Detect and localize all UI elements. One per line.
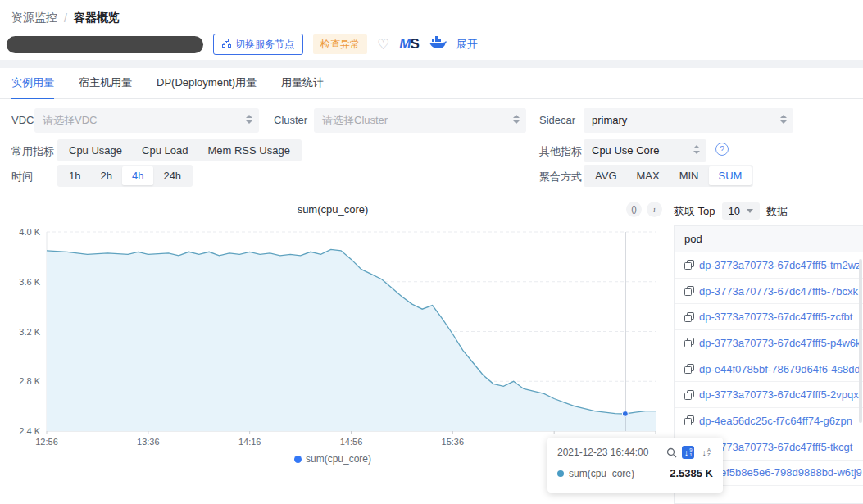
metric-cpu-load-button[interactable]: Cpu Load	[132, 141, 198, 160]
common-metrics-group: Cpu Usage Cpu Load Mem RSS Usage	[57, 139, 302, 161]
chart-title: sum(cpu_core)	[0, 200, 665, 220]
time-24h-button[interactable]: 24h	[153, 166, 191, 185]
updown-icon	[693, 145, 700, 157]
expand-link[interactable]: 展开	[456, 37, 478, 52]
top-n-suffix: 数据	[766, 204, 788, 219]
table-row: dp-e44f0785bf-78679d64f6-4s8dd	[675, 356, 863, 383]
tab-deployment-usage[interactable]: DP(Deployment)用量	[157, 68, 257, 99]
pod-link[interactable]: dp-e44f0785bf-78679d64f6-4s8dd	[699, 363, 861, 375]
cpu-core-chart[interactable]: 4.0 K3.6 K3.2 K2.8 K2.4 K12:5613:3614:16…	[0, 220, 665, 457]
favorite-heart-icon[interactable]: ♡	[377, 38, 389, 52]
vdc-select[interactable]: 请选择VDC	[34, 108, 259, 133]
sitemap-icon	[222, 39, 231, 50]
chart-header: sum(cpu_core) () i	[0, 200, 665, 220]
copy-icon[interactable]	[684, 364, 694, 374]
copy-icon[interactable]	[684, 260, 694, 270]
cluster-select[interactable]: 请选择Cluster	[314, 108, 526, 133]
table-scrollbar[interactable]	[859, 259, 862, 423]
svg-text:13:36: 13:36	[137, 437, 160, 447]
table-row: dp-3773a70773-67dc47fff5-p4w6k	[675, 330, 863, 356]
agg-avg-button[interactable]: AVG	[585, 166, 627, 185]
common-metrics-label: 常用指标	[11, 139, 54, 164]
copy-icon[interactable]	[684, 312, 694, 322]
updown-icon	[780, 115, 787, 126]
brackets-icon[interactable]: ()	[626, 202, 642, 217]
time-4h-button[interactable]: 4h	[122, 166, 153, 185]
metric-cpu-usage-button[interactable]: Cpu Usage	[59, 141, 132, 160]
info-icon[interactable]: i	[647, 202, 662, 217]
agg-label: 聚合方式	[539, 165, 582, 189]
agg-group: AVG MAX MIN SUM	[584, 165, 753, 187]
sidecar-label: Sidecar	[539, 108, 575, 133]
table-row: dp-4ea56dc25c-f7c64ff74-g6zpn	[675, 408, 863, 434]
breadcrumb-separator: /	[64, 11, 67, 25]
agg-min-button[interactable]: MIN	[670, 166, 709, 185]
pod-link[interactable]: dp-4ea56dc25c-f7c64ff74-g6zpn	[699, 415, 852, 427]
search-icon[interactable]	[666, 447, 677, 458]
chevron-down-icon	[747, 209, 753, 213]
time-label: 时间	[11, 165, 33, 189]
pod-link[interactable]: dp-3773a70773-67dc47fff5-zcfbt	[699, 311, 852, 323]
top-n-select[interactable]: 10	[722, 202, 760, 220]
breadcrumb-parent[interactable]: 资源监控	[11, 11, 57, 25]
copy-icon[interactable]	[684, 338, 694, 347]
svg-text:14:56: 14:56	[340, 437, 363, 447]
tab-usage-stats[interactable]: 用量统计	[281, 68, 324, 99]
sort-alphabetical-icon[interactable]: ↓AZ	[699, 446, 713, 459]
top-n-prefix: 获取 Top	[674, 204, 715, 219]
help-icon[interactable]: ?	[715, 143, 729, 156]
pod-link[interactable]: dp-3773a70773-67dc47fff5-7bcxk	[699, 285, 858, 297]
page: 资源监控 / 容器概览 切换服务节点 检查异常 ♡ MS 展开 实例用量 宿主机…	[0, 0, 863, 504]
svg-text:14:16: 14:16	[238, 437, 261, 447]
sidecar-select[interactable]: primary	[584, 108, 793, 133]
tooltip-series-name: sum(cpu_core)	[569, 468, 634, 479]
copy-icon[interactable]	[684, 415, 694, 425]
svg-text:12:56: 12:56	[35, 437, 58, 447]
tooltip-value: 2.5385 K	[670, 467, 713, 479]
breadcrumb: 资源监控 / 容器概览	[11, 11, 120, 25]
pod-link[interactable]: dp-3773a70773-67dc47fff5-2vpqx	[699, 388, 859, 401]
legend-dot-icon	[294, 456, 302, 463]
section-divider	[0, 60, 863, 68]
pod-column-header: pod	[675, 226, 863, 252]
pod-link[interactable]: dp-def5b8e5e6-798d9888bd-w6tj9	[699, 466, 862, 479]
table-row: dp-3773a70773-67dc47fff5-zcfbt	[675, 304, 863, 330]
metric-mem-rss-button[interactable]: Mem RSS Usage	[198, 141, 299, 160]
switch-service-node-button[interactable]: 切换服务节点	[213, 34, 303, 55]
ms-logo[interactable]: MS	[399, 36, 419, 52]
docker-whale-icon[interactable]	[429, 36, 447, 53]
check-anomaly-button[interactable]: 检查异常	[313, 34, 367, 54]
tooltip-series-dot-icon	[557, 470, 564, 477]
switch-service-node-label: 切换服务节点	[235, 38, 294, 52]
updown-icon	[246, 115, 252, 126]
table-row: dp-3773a70773-67dc47fff5-2vpqx	[675, 382, 863, 408]
legend-label: sum(cpu_core)	[306, 453, 371, 465]
agg-sum-button[interactable]: SUM	[709, 166, 752, 185]
tab-bar: 实例用量 宿主机用量 DP(Deployment)用量 用量统计	[0, 68, 863, 99]
chart-tooltip: 2021-12-23 16:44:00 ↓91 ↓AZ sum(cpu_core…	[547, 438, 723, 493]
table-row: dp-3773a70773-67dc47fff5-tm2wz	[675, 252, 863, 279]
pod-link[interactable]: dp-3773a70773-67dc47fff5-tm2wz	[699, 259, 861, 271]
time-range-group: 1h 2h 4h 24h	[57, 165, 193, 187]
top-n-selector: 获取 Top 10 数据	[674, 202, 788, 220]
other-metric-label: 其他指标	[539, 139, 582, 164]
chart-canvas[interactable]: 4.0 K3.6 K3.2 K2.8 K2.4 K12:5613:3614:16…	[0, 220, 665, 456]
agg-max-button[interactable]: MAX	[627, 166, 670, 185]
toolbar: 切换服务节点 检查异常 ♡ MS 展开	[7, 34, 478, 55]
time-2h-button[interactable]: 2h	[90, 166, 121, 185]
svg-text:2.8 K: 2.8 K	[19, 376, 40, 386]
tooltip-timestamp: 2021-12-23 16:44:00	[557, 447, 648, 458]
page-title: 容器概览	[74, 11, 120, 25]
table-row: dp-3773a70773-67dc47fff5-7bcxk	[675, 279, 863, 305]
tab-instance-usage[interactable]: 实例用量	[11, 68, 54, 99]
sort-by-value-icon[interactable]: ↓91	[682, 446, 695, 459]
tab-host-usage[interactable]: 宿主机用量	[79, 68, 132, 99]
pod-link[interactable]: dp-3773a70773-67dc47fff5-p4w6k	[699, 337, 861, 349]
copy-icon[interactable]	[684, 390, 694, 400]
copy-icon[interactable]	[684, 286, 694, 296]
svg-text:2.4 K: 2.4 K	[19, 426, 40, 436]
svg-text:15:36: 15:36	[442, 437, 465, 447]
other-metric-select[interactable]: Cpu Use Core	[584, 139, 706, 162]
redacted-service-name	[7, 36, 203, 53]
time-1h-button[interactable]: 1h	[59, 166, 90, 185]
